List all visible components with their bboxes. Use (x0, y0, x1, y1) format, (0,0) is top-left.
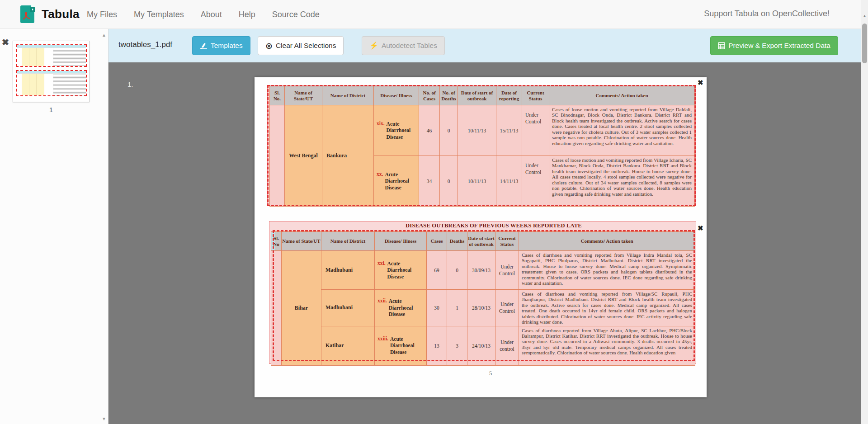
page-thumbnails-sidebar: ▲ ✖ 1 ▼ (0, 29, 108, 424)
window-scrollbar[interactable]: ▲ (861, 0, 868, 424)
export-button-label: Preview & Export Extracted Data (728, 42, 830, 50)
templates-button-label: Templates (211, 42, 243, 50)
nav-about[interactable]: About (201, 10, 222, 19)
table-2-header-row: Sl. No Name of State/UT Name of District… (271, 232, 695, 251)
table-row: Katihar xxiii. Acute Diarrhoeal Disease … (271, 326, 695, 365)
disease-outbreaks-table-2: Sl. No Name of State/UT Name of District… (271, 231, 695, 366)
page-list-number: 1. (127, 80, 133, 88)
nav-help[interactable]: Help (239, 10, 255, 19)
table-1-header-row: Sl. No. Name of State/UT Name of Distric… (270, 86, 695, 105)
table-row: Bihar Madhubani xxi. Acute Diarrhoeal Di… (271, 251, 695, 290)
top-navbar: Tabula My Files My Templates About Help … (0, 0, 868, 29)
scrollbar-up-icon[interactable]: ▲ (861, 14, 868, 18)
brand[interactable]: Tabula (19, 4, 80, 24)
preview-export-button[interactable]: Preview & Export Extracted Data (710, 36, 838, 55)
nav-my-files[interactable]: My Files (87, 10, 117, 19)
brand-title: Tabula (42, 7, 80, 21)
remove-page-button[interactable]: ✖ (2, 38, 9, 47)
templates-button[interactable]: Templates (192, 36, 250, 55)
thumbnail-selection-1 (16, 44, 87, 67)
table-row: West Bengal Bankura xix. Acute Diarrhoea… (270, 105, 695, 156)
template-icon (200, 42, 208, 49)
autodetect-button-label: Autodetect Tables (382, 42, 437, 50)
clear-all-selections-button[interactable]: ⊗ Clear All Selections (258, 36, 344, 55)
scrollbar-thumb[interactable] (862, 24, 867, 63)
document-filename: twotables_1.pdf (118, 40, 172, 49)
lightning-icon: ⚡ (369, 42, 378, 49)
nav-source-code[interactable]: Source Code (272, 10, 320, 19)
table-row: Madhubani xxii. Acute Diarrhoeal Disease… (271, 290, 695, 326)
document-toolbar: twotables_1.pdf Templates ⊗ Clear All Se… (108, 29, 861, 62)
table-2-title: DISEASE OUTBREAKS OF PREVIOUS WEEKS REPO… (271, 222, 695, 229)
autodetect-tables-button[interactable]: ⚡ Autodetect Tables (362, 36, 445, 55)
selection-1-close-button[interactable]: ✖ (698, 79, 703, 86)
clear-button-label: Clear All Selections (276, 42, 336, 50)
tabula-app: Tabula My Files My Templates About Help … (0, 0, 868, 424)
support-opencollective-link[interactable]: Support Tabula on OpenCollective! (704, 9, 830, 19)
pdf-page[interactable]: Sl. No. Name of State/UT Name of Distric… (255, 77, 707, 397)
thumbnail-page-number: 1 (13, 106, 90, 113)
nav-my-templates[interactable]: My Templates (134, 10, 184, 19)
main-nav: My Files My Templates About Help Source … (87, 0, 320, 29)
sidebar-scroll-up-icon[interactable]: ▲ (102, 33, 106, 38)
circle-x-icon: ⊗ (265, 42, 273, 50)
thumbnail-selection-2 (16, 70, 87, 96)
sidebar-scroll-down-icon[interactable]: ▼ (102, 416, 106, 421)
table-list-icon (718, 42, 725, 49)
tabula-logo-icon (19, 4, 37, 24)
pdf-view-area: 1. Sl. No. Name of State/UT Name of Dist… (108, 62, 861, 424)
pdf-page-number: 5 (255, 370, 707, 377)
selection-2-close-button[interactable]: ✖ (698, 225, 703, 231)
page-thumbnail[interactable] (13, 41, 90, 102)
disease-outbreaks-table-1: Sl. No. Name of State/UT Name of Distric… (269, 86, 695, 207)
